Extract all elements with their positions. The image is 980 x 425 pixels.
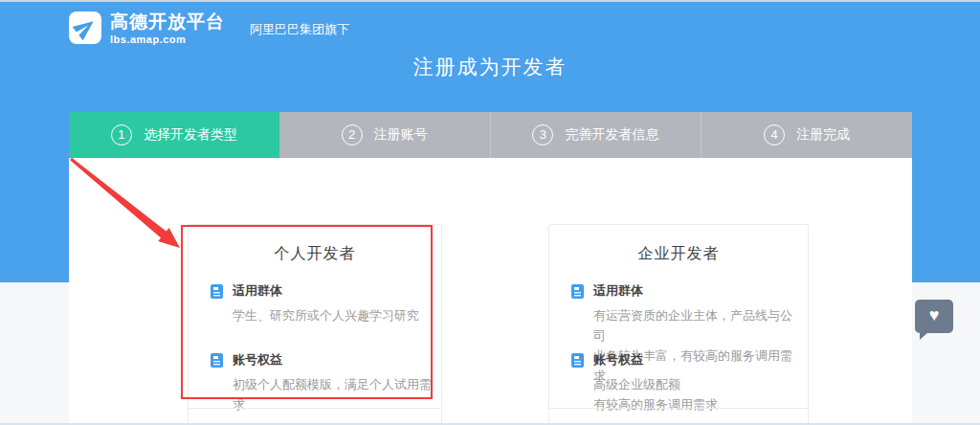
enterprise-developer-card[interactable]: 企业开发者 适用群体 有运营资质的企业主体，产品线与公司 业务较为丰富，有较高的… <box>548 224 809 425</box>
doc-icon <box>211 353 223 368</box>
personal-account-benefits-section: 账号权益 初级个人配额模版，满足个人试用需求 <box>211 351 434 414</box>
logo-title: 高德开放平台 <box>110 11 225 33</box>
personal-developer-card[interactable]: 个人开发者 适用群体 学生、研究所或个人兴趣学习研究 <box>188 224 442 425</box>
content-panel: 1 选择开发者类型 2 注册账号 3 完善开发者信息 4 注册完成 个人开发者 <box>69 112 912 425</box>
step-2-label: 注册账号 <box>374 126 428 144</box>
logo-text: 高德开放平台 lbs.amap.com <box>110 11 225 45</box>
doc-icon <box>211 284 223 299</box>
personal-card-title: 个人开发者 <box>189 244 441 264</box>
step-2-register-account: 2 注册账号 <box>279 112 490 158</box>
step-1-number-badge: 1 <box>111 124 132 145</box>
paper-plane-icon <box>69 11 101 44</box>
section-label: 适用群体 <box>233 282 282 300</box>
enterprise-account-benefits-section: 账号权益 高级企业级配额 有较高的服务调用需求 <box>571 351 800 414</box>
section-label: 适用群体 <box>593 282 643 300</box>
brand-logo[interactable]: 高德开放平台 lbs.amap.com 阿里巴巴集团旗下 <box>69 11 349 45</box>
section-desc-line: 有运营资质的企业主体，产品线与公司 <box>593 305 800 346</box>
section-label: 账号权益 <box>593 351 643 369</box>
step-1-select-developer-type: 1 选择开发者类型 <box>69 112 279 158</box>
step-2-number-badge: 2 <box>342 124 363 145</box>
doc-icon <box>571 284 584 299</box>
heart-icon: ♥ <box>915 300 953 331</box>
section-desc-line: 高级企业级配额 <box>593 374 800 394</box>
feedback-button[interactable]: ♥ <box>915 300 953 333</box>
step-4-registration-done: 4 注册完成 <box>701 112 912 158</box>
logo-subtitle: lbs.amap.com <box>110 34 225 45</box>
step-3-label: 完善开发者信息 <box>565 126 658 144</box>
enterprise-card-title: 企业开发者 <box>549 244 808 264</box>
section-label: 账号权益 <box>233 351 282 369</box>
personal-applicable-group-section: 适用群体 学生、研究所或个人兴趣学习研究 <box>211 282 434 325</box>
step-3-number-badge: 3 <box>532 124 553 145</box>
affiliation-label: 阿里巴巴集团旗下 <box>250 11 349 45</box>
step-3-complete-developer-info: 3 完善开发者信息 <box>490 112 702 158</box>
step-bar: 1 选择开发者类型 2 注册账号 3 完善开发者信息 4 注册完成 <box>69 112 912 158</box>
doc-icon <box>571 353 584 368</box>
section-desc-line: 学生、研究所或个人兴趣学习研究 <box>233 305 434 325</box>
step-4-number-badge: 4 <box>764 124 785 145</box>
step-4-label: 注册完成 <box>796 126 850 144</box>
step-1-label: 选择开发者类型 <box>144 126 237 144</box>
page-title: 注册成为开发者 <box>0 54 980 80</box>
speech-bubble-tail <box>920 332 928 340</box>
